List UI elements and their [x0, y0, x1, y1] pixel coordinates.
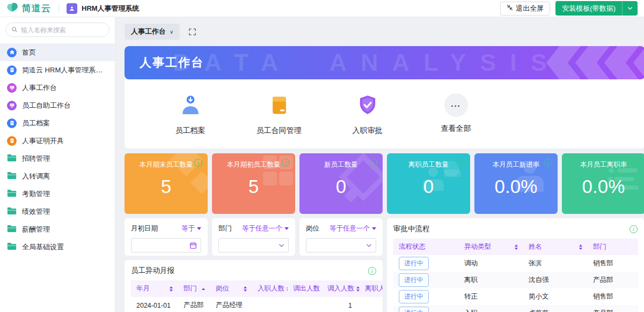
contract-folder-icon [267, 93, 291, 119]
flow-status-cell: 进行中 [393, 255, 459, 272]
column-header-入职人数[interactable]: 入职人数 [252, 280, 288, 297]
sort-icon[interactable] [170, 286, 173, 292]
approval-cell: 入职 [459, 305, 523, 312]
sidebar-item-label: 人事工作台 [22, 83, 57, 93]
column-header-岗位[interactable]: 岗位 [210, 280, 252, 297]
filter-select-input[interactable] [218, 238, 289, 252]
sort-icon[interactable] [579, 244, 582, 250]
caret-down-icon [197, 227, 201, 230]
column-header-部门[interactable]: 部门 [178, 280, 210, 297]
approval-cell: 销售部 [588, 288, 638, 305]
report-cell: 1 [322, 297, 360, 312]
sidebar-item-6[interactable]: 招聘管理 [0, 150, 115, 167]
sidebar-item-9[interactable]: 绩效管理 [0, 203, 115, 220]
info-icon[interactable]: i [194, 159, 202, 167]
sidebar-item-11[interactable]: 全局基础设置 [0, 238, 115, 256]
filter-label: 月初日期 [131, 224, 158, 233]
workbench-hero-panel: DATA ANALYSIS 人事工作台 员工档案员工合同管理入职审批...查看全… [125, 46, 644, 148]
install-template-button[interactable]: 安装模板(带数据) [555, 1, 622, 16]
stat-card-value: 0.0% [474, 176, 558, 197]
sort-icon[interactable] [287, 286, 288, 292]
info-icon[interactable]: i [544, 159, 552, 167]
jiandaoyun-logo[interactable]: 简道云 [6, 2, 51, 15]
filter-select-input[interactable] [306, 238, 376, 252]
info-icon[interactable]: i [457, 159, 465, 167]
sidebar-item-label: 首页 [22, 48, 36, 57]
column-header-姓名[interactable]: 姓名 [523, 239, 588, 255]
filter-label: 部门 [218, 224, 232, 233]
banner-title: 人事工作台 [140, 55, 204, 71]
approval-cell: 离职 [459, 272, 523, 288]
info-icon[interactable]: i [632, 159, 640, 167]
sort-icon[interactable] [244, 286, 247, 292]
sort-icon[interactable] [356, 286, 360, 292]
form-icon [7, 118, 17, 128]
report-cell [252, 297, 288, 312]
sidebar-search-input[interactable] [21, 26, 104, 34]
caret-down-icon [284, 227, 289, 230]
filter-operator[interactable]: 等于任意一个 [242, 224, 289, 233]
sidebar-item-5[interactable]: 人事证明开具 [0, 132, 115, 150]
filter-operator[interactable]: 等于任意一个 [330, 224, 376, 233]
chevron-down-icon: ∨ [170, 29, 173, 35]
sidebar-item-10[interactable]: 薪酬管理 [0, 220, 115, 238]
dashboard-icon [7, 101, 17, 110]
quick-link-员工档案[interactable]: 员工档案 [146, 93, 235, 136]
calendar-icon [189, 242, 197, 249]
onboarding-shield-icon [356, 93, 379, 119]
stat-card-value: 0.0% [562, 176, 644, 197]
approval-cell: 卢薇薇 [523, 305, 588, 312]
employee-archive-icon [179, 93, 202, 119]
column-header-离职人数[interactable]: 离职人数 [360, 280, 383, 297]
search-icon [11, 25, 18, 35]
filter-月初日期: 月初日期等于 [125, 218, 208, 256]
sidebar-search[interactable] [5, 23, 109, 37]
folder-icon [7, 225, 17, 234]
filter-operator[interactable]: 等于 [181, 224, 201, 233]
approval-cell: 沈自强 [523, 272, 588, 288]
info-icon[interactable]: i [282, 159, 290, 167]
approval-cell: 销售部 [588, 255, 638, 272]
sort-icon[interactable] [515, 244, 518, 250]
sidebar-item-label: 人事证明开具 [22, 136, 64, 146]
stat-card: i新员工数量0 [299, 153, 383, 214]
info-icon[interactable]: i [630, 225, 638, 233]
logo-text: 简道云 [22, 2, 51, 14]
folder-icon [7, 207, 17, 217]
sidebar-item-2[interactable]: 人事工作台 [0, 79, 115, 96]
report-cell: 产品经理 [210, 297, 252, 312]
report-cell [288, 297, 322, 312]
sidebar-item-3[interactable]: 员工自助工作台 [0, 96, 115, 114]
approval-flows-panel: 审批中流程 i 流程状态异动类型姓名部门进行中调动张滨销售部进行中离职沈自强产品… [387, 218, 644, 312]
column-header-调出人数[interactable]: 调出人数 [288, 280, 322, 297]
info-icon[interactable]: i [369, 159, 377, 167]
jiandaoyun-logo-icon [6, 2, 19, 15]
exit-fullscreen-button[interactable]: 退出全屏 [500, 2, 550, 16]
sidebar-item-1[interactable]: 简道云 HRM人事管理系统「必... [0, 61, 115, 79]
quick-link-员工合同管理[interactable]: 员工合同管理 [235, 93, 323, 136]
install-template-dropdown[interactable] [622, 1, 638, 16]
info-icon[interactable]: i [368, 267, 376, 275]
tab-bar: 人事工作台 ∨ [115, 17, 644, 46]
sidebar-item-label: 简道云 HRM人事管理系统「必... [22, 65, 108, 75]
chevron-down-icon [366, 243, 372, 248]
caret-down-icon [372, 227, 376, 230]
folder-icon [7, 189, 17, 199]
column-header-年月[interactable]: 年月 [131, 280, 178, 297]
tab-personnel-workbench[interactable]: 人事工作台 ∨ [125, 24, 180, 40]
sidebar-item-8[interactable]: 考勤管理 [0, 185, 115, 203]
sidebar-item-4[interactable]: 员工档案 [0, 114, 115, 132]
approval-cell: 转正 [459, 288, 523, 305]
table-row: 进行中调动张滨销售部 [393, 255, 638, 272]
quick-link-查看全部[interactable]: ...查看全部 [412, 93, 500, 136]
filter-label: 岗位 [306, 224, 319, 233]
sidebar-item-7[interactable]: 入转调离 [0, 167, 115, 185]
quick-link-入职审批[interactable]: 入职审批 [323, 93, 412, 136]
filter-date-input[interactable] [131, 238, 201, 252]
sort-icon[interactable] [202, 288, 205, 290]
stat-card-value: 0 [387, 176, 470, 197]
sidebar-item-0[interactable]: 首页 [0, 43, 115, 61]
fullscreen-icon[interactable] [188, 28, 196, 36]
column-header-调入人数[interactable]: 调入人数 [322, 280, 360, 297]
column-header-异动类型[interactable]: 异动类型 [459, 239, 523, 255]
